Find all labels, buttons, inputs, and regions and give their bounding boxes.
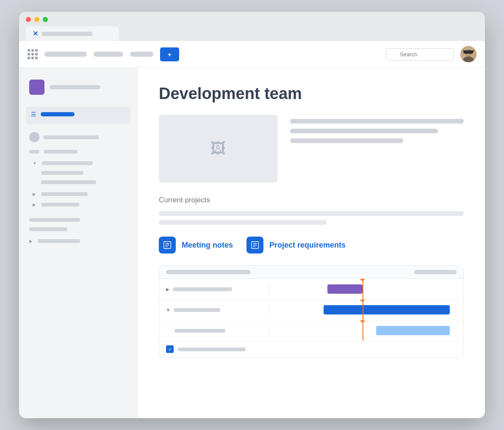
doc-icon-project-requirements [246,237,263,254]
today-diamond-icon [360,279,366,281]
project-requirements-label: Project requirements [269,241,346,250]
tab-title [42,32,92,36]
gantt-row-checkbox[interactable]: ✓ [159,341,463,357]
gantt-row-2-timeline [269,300,463,320]
sidebar-expandable-group-2: ▶ [26,190,130,198]
gantt-header-left-label [166,270,251,274]
gantt-row-3-label [159,325,269,336]
today-marker-2 [363,300,363,320]
sidebar-sub-item-2[interactable]: ▶ [29,190,130,198]
gantt-row-1[interactable]: ▶ [159,279,463,300]
sidebar-item-1[interactable] [26,130,130,145]
sidebar-bottom-item-2[interactable] [26,225,130,233]
sidebar-item-label [44,150,78,154]
today-marker-3 [363,320,363,341]
gantt-row-3-timeline [269,320,463,341]
plus-icon: + [168,51,172,58]
sidebar-sub-label-3 [41,203,79,207]
sidebar-item-label [44,135,99,139]
sidebar-bottom-item-1[interactable] [26,216,130,224]
gantt-last-label [178,347,246,351]
minimize-button[interactable] [34,17,39,22]
hero-text-line-2 [290,129,438,133]
sidebar-sub-item-1[interactable]: ▼ [29,159,130,168]
browser-controls [26,17,478,22]
workspace-title [50,85,100,89]
main-layout: ☰ ▼ [19,68,485,418]
gantt-checkbox-icon[interactable]: ✓ [166,345,174,353]
sidebar-workspace-item[interactable] [26,76,130,98]
browser-tab[interactable]: ✕ [26,26,119,41]
today-diamond-icon-2 [360,300,366,302]
gantt-bar-blue [324,305,450,314]
chevron-right-icon-3: ▶ [33,202,36,207]
avatar[interactable] [460,46,476,62]
doc-card-project-requirements[interactable]: Project requirements [246,237,346,254]
sidebar-bottom-item-3[interactable]: ▶ [26,237,130,245]
hero-text-line-3 [290,138,403,143]
doc-icon-meeting-notes [159,237,176,254]
today-marker [363,279,363,299]
gantt-row-3[interactable] [159,320,463,341]
project-line-2 [159,220,327,225]
doc-cards-row: Meeting notes Project requirements [159,237,464,254]
close-button[interactable] [26,17,31,22]
top-nav: + 🔍 [19,41,485,68]
gantt-chevron-right-icon: ▶ [166,287,169,292]
gantt-header [159,266,463,279]
create-button[interactable]: + [160,47,179,61]
filter-icon: ☰ [31,111,36,118]
sidebar-sub-item-3[interactable]: ▶ [29,200,130,209]
nav-item-spaces[interactable] [94,52,123,57]
gantt-row-2-label: ▼ [159,304,269,316]
apps-grid-icon[interactable] [28,49,38,59]
avatar-image [460,46,476,62]
svg-point-6 [466,52,468,54]
sidebar-child-item-1[interactable] [38,169,130,177]
search-input[interactable] [386,48,454,61]
workspace-icon [29,80,44,95]
today-diamond-icon-3 [360,320,366,323]
hero-image: 🖼 [159,115,277,182]
sidebar-bottom-group: ▶ [26,237,130,245]
project-line-1 [159,211,464,216]
meeting-notes-label: Meeting notes [182,241,233,250]
search-wrapper: 🔍 [386,48,454,61]
sidebar-child-item-2[interactable] [38,178,130,186]
sidebar-item-2[interactable] [26,146,130,157]
app-logo-icon: ✕ [33,30,38,38]
page-title: Development team [159,85,464,103]
gantt-row-1-timeline [269,279,463,299]
sidebar-child-label [41,171,83,175]
chevron-right-icon-4: ▶ [29,239,33,243]
hero-row: 🖼 [159,115,464,182]
image-placeholder-icon: 🖼 [210,140,226,157]
sidebar: ☰ ▼ [19,68,138,418]
browser-window: ✕ + 🔍 [19,12,485,418]
project-lines [159,211,464,225]
nav-item-recent[interactable] [130,52,153,57]
sidebar-expandable-group-3: ▶ [26,200,130,209]
gantt-chevron-down-icon: ▼ [166,308,170,312]
sidebar-filter-row: ☰ [31,111,125,118]
gantt-bar-purple [327,284,362,294]
content-area: Development team 🖼 Current projects [138,68,485,418]
chevron-right-icon: ▼ [33,161,37,165]
sidebar-dot-icon [29,132,39,142]
chevron-right-icon-2: ▶ [33,192,36,196]
doc-card-meeting-notes[interactable]: Meeting notes [159,237,233,254]
nav-item-home[interactable] [44,52,87,57]
gantt-row-2-text [174,308,220,312]
gantt-row-3-text [174,329,225,333]
hero-text-column [290,115,464,148]
hero-text-line-1 [290,119,464,124]
gantt-row-2[interactable]: ▼ [159,300,463,320]
maximize-button[interactable] [43,17,48,22]
sidebar-sub-label [42,161,93,165]
gantt-header-right-label [414,270,457,274]
gantt-bar-lightblue [376,326,450,335]
gantt-row-1-label: ▶ [159,284,269,295]
gantt-row-1-text [173,287,232,291]
browser-chrome: ✕ [19,12,485,41]
sidebar-expandable-group: ▼ [26,159,130,186]
